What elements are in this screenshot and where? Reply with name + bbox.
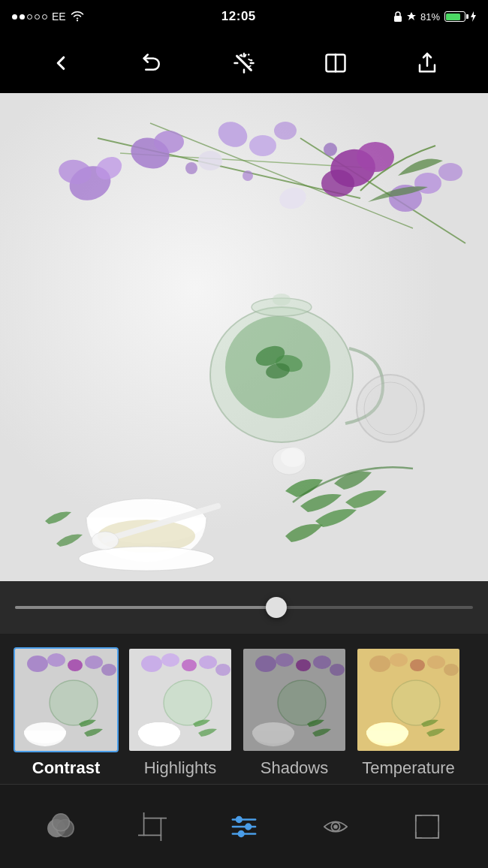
svg-point-57 xyxy=(85,656,103,669)
svg-point-54 xyxy=(27,656,48,672)
svg-point-55 xyxy=(47,653,65,667)
svg-rect-1 xyxy=(394,16,402,22)
svg-point-28 xyxy=(274,122,297,140)
share-icon xyxy=(416,52,438,74)
svg-point-8 xyxy=(239,55,242,57)
svg-point-56 xyxy=(68,659,83,671)
crop-icon xyxy=(138,812,167,841)
svg-point-36 xyxy=(324,143,337,156)
svg-point-52 xyxy=(281,448,305,467)
svg-point-33 xyxy=(198,151,222,170)
svg-point-83 xyxy=(392,680,440,725)
svg-point-97 xyxy=(238,830,244,836)
preview-button[interactable] xyxy=(313,804,358,849)
svg-point-66 xyxy=(215,664,230,676)
svg-rect-13 xyxy=(0,93,488,581)
color-tool-button[interactable] xyxy=(38,804,83,849)
sliders-icon xyxy=(230,812,258,841)
filter-preview-temperature xyxy=(357,649,459,751)
svg-point-25 xyxy=(321,170,354,197)
status-left: EE xyxy=(12,11,84,23)
svg-point-59 xyxy=(50,680,98,725)
charging-icon xyxy=(470,11,476,22)
compare-button[interactable] xyxy=(318,45,354,81)
undo-icon xyxy=(141,52,164,74)
filter-item-highlights[interactable]: Highlights xyxy=(125,647,236,778)
svg-point-35 xyxy=(242,170,253,181)
svg-point-41 xyxy=(253,342,288,369)
battery-percent: 81% xyxy=(420,11,440,23)
slider-fill xyxy=(15,606,276,609)
svg-point-63 xyxy=(161,653,179,667)
magic-button[interactable] xyxy=(226,45,262,81)
status-right: 81% xyxy=(393,11,476,23)
filter-label-contrast: Contrast xyxy=(32,758,100,778)
adjustment-slider-area xyxy=(0,581,488,634)
photo-scene xyxy=(0,93,488,581)
svg-point-24 xyxy=(357,142,394,172)
svg-point-62 xyxy=(141,656,162,672)
filter-item-contrast[interactable]: Contrast xyxy=(11,647,122,778)
svg-point-32 xyxy=(277,185,309,212)
svg-point-44 xyxy=(357,375,424,442)
signal-dot-4 xyxy=(35,14,40,20)
svg-line-49 xyxy=(105,506,218,540)
filter-item-temperature[interactable]: Temperature xyxy=(353,647,464,778)
battery-icon xyxy=(444,11,465,22)
eye-icon xyxy=(321,812,350,841)
filter-preview-shadows xyxy=(243,649,345,751)
svg-point-29 xyxy=(389,185,422,212)
adjust-button[interactable] xyxy=(221,804,267,849)
svg-point-58 xyxy=(101,664,116,676)
share-button[interactable] xyxy=(409,45,445,81)
wifi-icon xyxy=(71,11,84,22)
svg-point-70 xyxy=(255,656,276,672)
svg-point-10 xyxy=(248,54,250,56)
svg-point-26 xyxy=(214,117,252,152)
filter-preview-contrast xyxy=(15,649,117,751)
lock-icon xyxy=(393,11,402,22)
compare-icon xyxy=(324,52,347,74)
slider-track[interactable] xyxy=(15,606,473,609)
slider-thumb[interactable] xyxy=(266,597,287,618)
signal-dot-3 xyxy=(27,14,32,20)
svg-rect-100 xyxy=(416,815,438,837)
crop-button[interactable] xyxy=(130,804,175,849)
svg-point-64 xyxy=(182,659,197,671)
svg-line-16 xyxy=(120,153,375,168)
filter-thumb-contrast[interactable] xyxy=(14,647,119,752)
svg-point-27 xyxy=(249,135,276,156)
filter-item-shadows[interactable]: Shadows xyxy=(239,647,350,778)
photo-background xyxy=(0,93,488,581)
svg-point-19 xyxy=(57,157,94,186)
svg-point-99 xyxy=(333,824,338,829)
svg-point-42 xyxy=(274,353,303,374)
svg-point-38 xyxy=(225,316,330,418)
svg-point-50 xyxy=(92,532,119,550)
svg-point-45 xyxy=(364,382,417,435)
svg-point-81 xyxy=(427,656,445,669)
svg-point-95 xyxy=(236,816,242,822)
svg-point-39 xyxy=(252,298,312,316)
svg-point-67 xyxy=(164,680,212,725)
svg-point-78 xyxy=(369,656,390,672)
back-button[interactable] xyxy=(43,45,79,81)
selective-button[interactable] xyxy=(405,804,450,849)
svg-point-34 xyxy=(185,162,197,174)
svg-point-20 xyxy=(92,152,125,184)
svg-point-72 xyxy=(296,659,311,671)
filter-thumb-temperature[interactable] xyxy=(356,647,461,752)
undo-button[interactable] xyxy=(134,45,170,81)
svg-point-82 xyxy=(444,664,459,676)
svg-point-73 xyxy=(313,656,331,669)
signal-dot-5 xyxy=(42,14,47,20)
svg-point-71 xyxy=(276,653,294,667)
filter-label-highlights: Highlights xyxy=(144,758,217,778)
filter-thumb-highlights[interactable] xyxy=(128,647,233,752)
svg-point-9 xyxy=(251,59,253,62)
filter-thumb-shadows[interactable] xyxy=(242,647,347,752)
svg-point-18 xyxy=(65,161,116,206)
svg-point-65 xyxy=(199,656,217,669)
svg-line-15 xyxy=(150,123,413,228)
signal-strength xyxy=(12,14,47,20)
